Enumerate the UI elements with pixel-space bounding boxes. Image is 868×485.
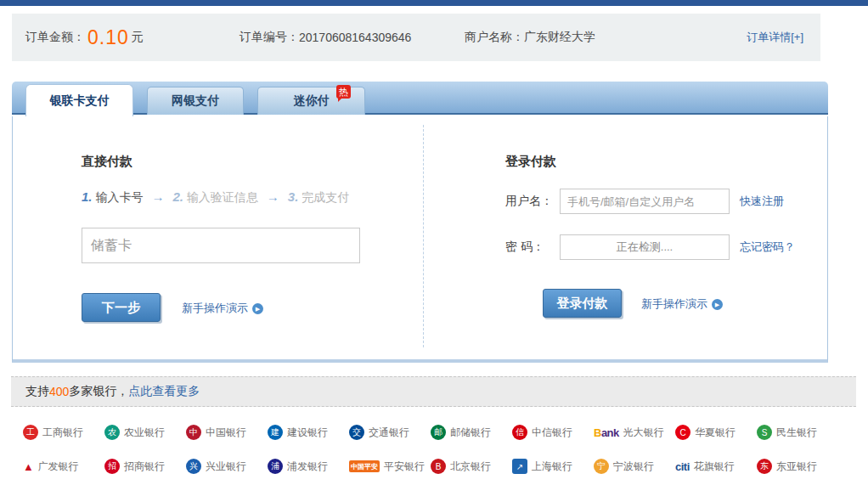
citic-bank-icon: 信	[512, 425, 527, 440]
order-detail-link[interactable]: 订单详情[+]	[747, 14, 803, 61]
bank-item[interactable]: 建建设银行	[268, 420, 349, 445]
step-3-num: 3.	[288, 189, 299, 204]
hxb-bank-icon: C	[675, 425, 690, 440]
bank-label: 工商银行	[42, 426, 83, 440]
merchant-name-value: 广东财经大学	[524, 30, 595, 45]
order-number-label: 订单编号：	[240, 30, 299, 45]
bank-label: 兴业银行	[206, 460, 246, 474]
bank-item[interactable]: 招招商银行	[104, 454, 186, 479]
login-pay-title: 登录付款	[505, 154, 556, 170]
bank-item[interactable]: 浦浦发银行	[268, 454, 349, 479]
bank-item[interactable]: 中国平安平安银行	[349, 454, 431, 479]
support-prefix: 支持	[25, 384, 49, 399]
nbcb-bank-icon: 宁	[594, 459, 609, 474]
bocom-bank-icon: 交	[349, 425, 364, 440]
step-3: 3. 完成支付	[288, 190, 349, 204]
pingan-bank-icon: 中国平安	[349, 460, 380, 472]
next-step-button[interactable]: 下一步	[82, 293, 161, 322]
bosc-bank-icon: ↗	[512, 459, 527, 474]
payment-page: 订单金额： 0.10 元 订单编号： 20170608164309646 商户名…	[0, 0, 868, 485]
payment-module: 银联卡支付 网银支付 迷你付 热 直接付款 1. 输入卡号→2. 输入验证信息→…	[12, 82, 828, 363]
step-1: 1. 输入卡号	[82, 190, 143, 204]
tab-netbank[interactable]: 网银支付	[147, 87, 244, 115]
card-number-input[interactable]	[82, 228, 360, 263]
step-2: 2. 输入验证信息	[172, 190, 257, 204]
boc-bank-icon: 中	[186, 425, 201, 440]
bank-row-2: ▲广发银行招招商银行兴兴业银行浦浦发银行中国平安平安银行B北京银行↗上海银行宁宁…	[23, 454, 855, 479]
ceb-bank-icon: Bank	[594, 426, 619, 439]
bank-label: 招商银行	[124, 460, 165, 474]
bank-label: 民生银行	[776, 426, 817, 440]
login-pay-button[interactable]: 登录付款	[543, 289, 622, 318]
bank-item[interactable]: 东东亚银行	[757, 454, 838, 479]
login-pay-demo-link[interactable]: 新手操作演示 ▶	[641, 296, 723, 312]
bank-item[interactable]: 农农业银行	[104, 420, 186, 445]
icbc-bank-icon: 工	[23, 425, 38, 440]
forgot-password-link[interactable]: 忘记密码？	[740, 240, 795, 255]
username-row: 用户名： 快速注册	[505, 189, 784, 214]
password-input[interactable]	[560, 234, 730, 260]
play-icon: ▶	[712, 299, 723, 310]
bank-label: 宁波银行	[613, 460, 654, 474]
merchant-name: 商户名称： 广东财经大学	[465, 14, 595, 61]
bank-item[interactable]: ↗上海银行	[512, 454, 594, 479]
bob-bank-icon: B	[431, 459, 446, 474]
step-2-num: 2.	[172, 189, 183, 204]
step-arrow-icon: →	[151, 189, 164, 204]
quick-register-link[interactable]: 快速注册	[740, 194, 784, 209]
password-row: 密 码： 忘记密码？	[505, 234, 795, 260]
view-more-banks-link[interactable]: 点此查看更多	[128, 384, 200, 399]
order-amount-label: 订单金额：	[25, 30, 85, 45]
support-count: 400	[49, 385, 69, 398]
bank-item[interactable]: 宁宁波银行	[594, 454, 675, 479]
bank-item[interactable]: citi花旗银行	[675, 454, 757, 479]
bank-item[interactable]: C华夏银行	[675, 420, 757, 445]
psbc-bank-icon: 邮	[431, 425, 446, 440]
bank-label: 花旗银行	[694, 460, 735, 474]
cgb-bank-icon: ▲	[23, 460, 33, 473]
order-amount: 订单金额： 0.10 元	[25, 14, 144, 61]
direct-pay-demo-link[interactable]: 新手操作演示 ▶	[182, 301, 263, 316]
bank-item[interactable]: B北京银行	[431, 454, 512, 479]
play-icon: ▶	[252, 303, 263, 314]
bank-label: 东亚银行	[776, 460, 817, 474]
bank-label: 北京银行	[450, 460, 491, 474]
bank-item[interactable]: ▲广发银行	[23, 454, 104, 479]
step-arrow-icon: →	[267, 189, 279, 204]
bank-item[interactable]: S民生银行	[757, 420, 838, 445]
bank-item[interactable]: 工工商银行	[23, 420, 104, 445]
bank-label: 农业银行	[124, 426, 165, 440]
username-label: 用户名：	[505, 194, 560, 209]
bank-item[interactable]: 交交通银行	[349, 420, 431, 445]
spdb-bank-icon: 浦	[268, 459, 283, 474]
bank-label: 光大银行	[623, 426, 664, 440]
order-amount-unit: 元	[132, 30, 144, 45]
bank-label: 中信银行	[532, 426, 572, 440]
payment-steps: 1. 输入卡号→2. 输入验证信息→3. 完成支付	[82, 189, 349, 206]
bank-item[interactable]: 邮邮储银行	[431, 420, 512, 445]
tab-minipay[interactable]: 迷你付 热	[257, 87, 365, 115]
cib-bank-icon: 兴	[186, 459, 201, 474]
tab-unionpay-card[interactable]: 银联卡支付	[25, 84, 133, 116]
tab-content-panel: 直接付款 1. 输入卡号→2. 输入验证信息→3. 完成支付 下一步 新手操作演…	[12, 116, 828, 363]
cmbc-bank-icon: S	[757, 425, 772, 440]
bank-label: 邮储银行	[450, 426, 491, 440]
username-input[interactable]	[560, 189, 730, 214]
abc-bank-icon: 农	[104, 425, 120, 440]
order-number: 订单编号： 20170608164309646	[240, 14, 411, 61]
bank-label: 上海银行	[532, 460, 572, 474]
supported-banks-bar: 支持 400 多家银行， 点此查看更多	[11, 376, 856, 407]
bank-label: 建设银行	[287, 426, 328, 440]
column-divider	[423, 125, 424, 347]
demo-link-label: 新手操作演示	[182, 301, 248, 316]
support-suffix: 多家银行，	[69, 384, 128, 399]
step-1-label: 输入卡号	[95, 190, 143, 204]
step-2-label: 输入验证信息	[187, 190, 258, 204]
bank-item[interactable]: Bank光大银行	[594, 420, 675, 445]
bank-item[interactable]: 信中信银行	[512, 420, 594, 445]
tab-minipay-label: 迷你付	[294, 93, 330, 107]
bank-item[interactable]: 兴兴业银行	[186, 454, 268, 479]
bank-row-1: 工工商银行农农业银行中中国银行建建设银行交交通银行邮邮储银行信中信银行Bank光…	[23, 420, 855, 445]
top-accent-bar	[0, 0, 868, 6]
bank-item[interactable]: 中中国银行	[186, 420, 268, 445]
